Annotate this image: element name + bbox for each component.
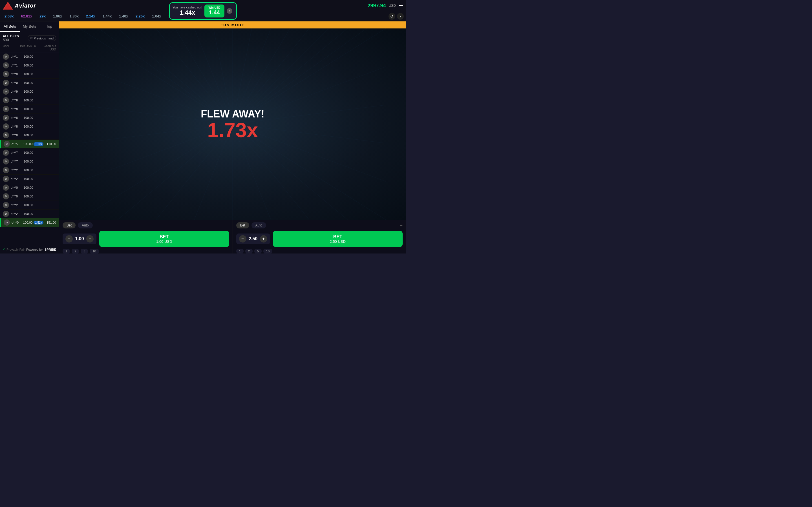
table-row: D d***8 100.00	[0, 131, 59, 140]
mult-item[interactable]: 1.80x	[67, 13, 81, 19]
bet-amount: 100.00	[18, 168, 33, 172]
bet-amount: 100.00	[18, 125, 33, 128]
mult-item[interactable]: 1.96x	[51, 13, 64, 19]
mult-item[interactable]: 2.68x	[2, 13, 16, 19]
bet-value-1: 1.00	[75, 236, 84, 241]
quick-2-button-1[interactable]: 2	[71, 249, 79, 253]
table-row: D d***2 100.00	[0, 210, 59, 218]
avatar: D	[3, 106, 9, 112]
quick-5-button-2[interactable]: 5	[254, 249, 262, 253]
bet-decrease-button-1[interactable]: −	[65, 235, 73, 242]
aviator-logo-icon	[3, 2, 13, 10]
bet-amount: 100.00	[18, 64, 33, 67]
avatar: D	[4, 219, 10, 226]
provably-fair-label[interactable]: Provably Fair	[6, 248, 25, 251]
bet-amount: 100.00	[18, 81, 33, 84]
bet-amount: 100.00	[18, 151, 33, 154]
tab-all-bets[interactable]: All Bets	[0, 21, 20, 32]
tab-my-bets[interactable]: My Bets	[20, 21, 40, 32]
collapse-panel-icon[interactable]: −	[400, 223, 403, 228]
win-close-button[interactable]: ×	[227, 8, 232, 14]
bets-columns: User Bet USD X Cash out USD	[0, 43, 59, 52]
bet-tab-bet-1[interactable]: Bet	[63, 222, 75, 228]
username: d***8	[11, 125, 18, 128]
avatar: D	[3, 193, 9, 200]
bet-button-1[interactable]: BET 1.00 USD	[99, 231, 229, 247]
history-forward-icon[interactable]: ›	[397, 13, 404, 20]
tab-top[interactable]: Top	[39, 21, 59, 32]
username: d***0	[11, 221, 18, 224]
bet-decrease-button-2[interactable]: −	[239, 235, 246, 242]
bets-tabs: All Bets My Bets Top	[0, 21, 59, 32]
col-x-header: X	[32, 44, 38, 51]
bet-amount-control-2: − 2.50 +	[236, 233, 270, 244]
username: d***1	[11, 64, 18, 67]
table-row: D d***2 100.00	[0, 166, 59, 175]
cashout-multiplier-badge: 1.10x	[34, 142, 43, 146]
menu-icon[interactable]: ☰	[399, 3, 403, 9]
avatar: D	[3, 115, 9, 121]
bet-increase-button-2[interactable]: +	[260, 235, 267, 242]
bets-info: ALL BETS 590	[3, 34, 19, 42]
username: d***0	[11, 72, 18, 76]
bet-amount: 100.00	[18, 212, 33, 216]
mult-item[interactable]: 1.44x	[100, 13, 114, 19]
quick-10-button-1[interactable]: 10	[90, 249, 99, 253]
avatar: D	[3, 158, 9, 165]
mult-item[interactable]: 2.26x	[133, 13, 147, 19]
avatar: D	[3, 150, 9, 156]
bet-panel-2: Bet Auto − − 2.50 + BET 2.50 USD	[233, 220, 406, 253]
bet-tab-bet-2[interactable]: Bet	[236, 222, 249, 228]
game-canvas: FLEW AWAY! 1.73x	[59, 29, 406, 220]
quick-10-button-2[interactable]: 10	[263, 249, 272, 253]
bet-amount: 100.00	[18, 221, 33, 224]
table-row: D d***8 100.00	[0, 114, 59, 122]
quick-1-button-1[interactable]: 1	[63, 249, 70, 253]
shield-icon: ✓	[3, 247, 5, 251]
table-row: D d***7 100.00	[0, 157, 59, 166]
bet-tab-auto-2[interactable]: Auto	[252, 222, 266, 228]
balance-amount: 2997.94	[368, 3, 386, 9]
mult-item[interactable]: 2.14x	[84, 13, 98, 19]
win-label: Win USD	[208, 6, 220, 9]
col-cashout-header: Cash out USD	[38, 44, 56, 51]
mult-item[interactable]: 29x	[37, 13, 48, 19]
mult-item[interactable]: 1.04x	[150, 13, 163, 19]
bet-amount: 100.00	[18, 186, 33, 189]
cashout-multiplier: 1.44x	[172, 9, 202, 16]
bet-amount: 100.00	[18, 194, 33, 198]
provably-fair-area: ✓ Provably Fair	[3, 247, 25, 251]
quick-2-button-2[interactable]: 2	[245, 249, 253, 253]
bet-amount-label-2: 2.50 USD	[330, 239, 346, 244]
game-result: FLEW AWAY! 1.73x	[201, 108, 264, 140]
win-badge: Win USD 1.44	[204, 4, 224, 17]
bottom-controls: Bet Auto − 1.00 + BET 1.00 USD	[59, 220, 406, 253]
avatar: D	[3, 71, 9, 77]
quick-5-button-1[interactable]: 5	[81, 249, 88, 253]
username: d***8	[11, 116, 18, 119]
spribe-label: SPRIBE	[45, 248, 56, 251]
win-amount: 1.44	[208, 9, 220, 16]
left-panel: All Bets My Bets Top ALL BETS 590 ↺ Prev…	[0, 21, 59, 253]
bet-value-2: 2.50	[249, 236, 258, 241]
username: d***2	[11, 177, 18, 180]
username: d***7	[11, 151, 18, 154]
previous-hand-button[interactable]: ↺ Previous hand	[28, 35, 56, 41]
powered-by-area: Powered by SPRIBE	[26, 248, 56, 251]
table-row: D d***2 100.00	[0, 201, 59, 210]
cashout-value: 110.00	[45, 142, 56, 146]
avatar: D	[4, 141, 10, 147]
bet-amount: 100.00	[18, 203, 33, 207]
mult-item[interactable]: 1.40x	[117, 13, 131, 19]
username: d***2	[11, 212, 18, 216]
username: d***7	[11, 142, 18, 146]
bet-button-2[interactable]: BET 2.50 USD	[273, 231, 403, 247]
avatar: D	[3, 167, 9, 173]
game-area: FUN MODE	[59, 21, 406, 253]
main-layout: All Bets My Bets Top ALL BETS 590 ↺ Prev…	[0, 21, 406, 253]
history-back-icon[interactable]: ↺	[389, 13, 395, 20]
bet-tab-auto-1[interactable]: Auto	[78, 222, 93, 228]
mult-item[interactable]: 62.81x	[19, 13, 35, 19]
quick-1-button-2[interactable]: 1	[236, 249, 244, 253]
bet-increase-button-1[interactable]: +	[86, 235, 94, 242]
